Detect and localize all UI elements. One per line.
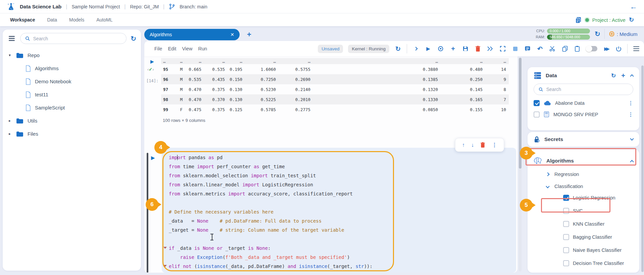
mode-toggle[interactable] (586, 46, 597, 51)
nav-tab-models[interactable]: Models (69, 17, 84, 22)
refresh-project-icon[interactable]: ↻ (629, 17, 634, 23)
menu-run[interactable]: Run (198, 46, 207, 51)
add-data-icon[interactable]: + (621, 72, 625, 79)
classifier-svc[interactable]: SVC (563, 207, 583, 215)
code-line[interactable]: from sklearn.model_selection import trai… (169, 171, 373, 180)
data-search-input[interactable] (546, 87, 628, 92)
tree-item-files[interactable]: ▸Files (7, 127, 136, 140)
nav-tab-data[interactable]: Data (47, 17, 57, 22)
checkbox-unchecked[interactable] (563, 260, 569, 266)
interrupt-kernel-icon[interactable] (511, 45, 519, 52)
back-arrow-icon[interactable]: ← (630, 2, 637, 11)
code-line[interactable]: # Define the necessary variables here (169, 208, 373, 217)
chevron-right-icon[interactable]: ▸ (7, 132, 12, 136)
chevron-down-icon[interactable] (546, 184, 549, 188)
algorithm-group-regression[interactable]: Regression (546, 172, 633, 177)
code-line[interactable]: elif not (isinstance(_data, pd.DataFrame… (169, 262, 373, 271)
code-editor[interactable]: import pandas as pdfrom time import perf… (169, 153, 373, 271)
checkbox-unchecked[interactable] (534, 111, 540, 118)
tree-item-algorithms[interactable]: Algorithms (7, 62, 136, 75)
tree-item-repo[interactable]: ▾Repo (7, 49, 136, 62)
right-panel-scrollbar[interactable] (641, 65, 644, 272)
refresh-kernel-icon[interactable]: ↻ (394, 45, 402, 52)
folder-icon (16, 118, 23, 124)
tab-algorithms[interactable]: Algorithms ✕ (144, 29, 240, 40)
tree-item-samplescript[interactable]: SampleScript (7, 101, 136, 114)
restart-kernel-icon[interactable] (437, 45, 444, 52)
chevron-right-icon[interactable]: ▸ (7, 119, 12, 123)
checkbox-unchecked[interactable] (563, 234, 569, 240)
run-all-icon[interactable] (487, 45, 494, 52)
run-output-cell-icon[interactable]: ▶ (150, 59, 154, 64)
nav-tab-automl[interactable]: AutoML (96, 17, 112, 22)
project-docs-icon[interactable] (575, 16, 582, 24)
toolbar-menu-icon[interactable] (633, 46, 640, 52)
refresh-data-icon[interactable]: ↻ (611, 73, 616, 79)
delete-cell-icon[interactable] (480, 142, 485, 148)
chevron-right-icon[interactable] (412, 45, 419, 52)
nav-tab-workspace[interactable]: Workspace (10, 17, 35, 22)
checkbox-checked[interactable] (563, 195, 569, 201)
secrets-panel[interactable]: Secrets (528, 132, 639, 147)
code-line[interactable]: raise Exception(f'Both _data and _target… (169, 253, 373, 262)
run-cell-icon[interactable]: ▶ (425, 45, 432, 52)
code-line[interactable]: _data = None # pd.DataFrame: Full data t… (169, 217, 373, 226)
notebook-canvas[interactable]: ▶ ‹✓› [14]: ………………………… 95M0.6650.5350.19… (144, 56, 517, 273)
run-code-cell-icon[interactable]: ▶ (151, 155, 155, 161)
file-search-input[interactable] (33, 36, 122, 41)
code-line[interactable]: from time import perf_counter as get_tim… (169, 162, 373, 171)
code-line[interactable]: if _data is None or _target is None: (169, 244, 373, 253)
copy-icon[interactable] (561, 45, 568, 52)
data-item-mongo-srv-prep[interactable]: MONGO SRV PREP⋮ (534, 111, 633, 118)
undo-icon[interactable]: ↶ (536, 45, 544, 52)
classifier-knn-classifier[interactable]: KNN Classifier (563, 220, 604, 228)
collapse-algorithms-icon[interactable] (630, 160, 634, 164)
move-cell-down-icon[interactable]: ↓ (471, 142, 474, 148)
classifier-bagging-classifier[interactable]: Bagging Classifier (563, 233, 612, 241)
collapse-data-icon[interactable] (630, 74, 634, 78)
kebab-menu-icon[interactable]: ⋮ (628, 100, 633, 106)
tree-item-utils[interactable]: ▸Utils (7, 114, 136, 127)
chevron-down-icon[interactable]: ▾ (7, 53, 12, 57)
power-icon[interactable] (615, 45, 622, 52)
cell-more-options-icon[interactable]: ⋮ (492, 142, 497, 148)
code-line[interactable]: _target = None # string: Column name of … (169, 226, 373, 235)
chevron-right-icon[interactable] (546, 172, 549, 176)
save-notebook-icon[interactable] (462, 45, 469, 52)
tree-item-demo-notebook[interactable]: Demo Notebook (7, 75, 136, 88)
comments-icon[interactable] (524, 45, 531, 52)
refresh-files-icon[interactable]: ↻ (131, 35, 136, 42)
delete-cell-icon[interactable] (474, 45, 482, 52)
kebab-menu-icon[interactable]: ⋮ (628, 111, 633, 118)
close-tab-icon[interactable]: ✕ (230, 32, 234, 37)
checkbox-unchecked[interactable] (563, 247, 569, 253)
classifier-decision-tree-classifier[interactable]: Decision Tree Classifier (563, 259, 624, 268)
menu-edit[interactable]: Edit (168, 46, 176, 51)
code-line[interactable]: from sklearn.metrics import accuracy_sco… (169, 189, 373, 198)
paste-icon[interactable] (574, 45, 581, 52)
sidebar-menu-icon[interactable] (7, 35, 16, 42)
code-line[interactable]: import pandas as pd (169, 153, 373, 162)
tree-item-test11[interactable]: test11 (7, 88, 136, 101)
notebook-scrollbar[interactable] (519, 58, 522, 271)
fullscreen-icon[interactable] (499, 45, 506, 52)
add-cell-icon[interactable]: + (449, 45, 457, 52)
checkbox-unchecked[interactable] (563, 208, 569, 214)
skip-run-icon[interactable]: ▶▶ (602, 45, 610, 52)
refresh-resources-icon[interactable]: ↻ (595, 31, 600, 37)
move-cell-up-icon[interactable]: ↑ (462, 142, 465, 148)
code-line[interactable]: from sklearn.linear_model import Logisti… (169, 180, 373, 189)
menu-file[interactable]: File (154, 46, 162, 51)
checkbox-unchecked[interactable] (563, 221, 569, 227)
classifier-naive-bayes-classifier[interactable]: Naive Bayes Classifier (563, 246, 622, 255)
code-line[interactable] (169, 198, 373, 208)
checkbox-checked[interactable] (534, 100, 540, 106)
menu-view[interactable]: View (182, 46, 192, 51)
new-tab-icon[interactable]: + (247, 30, 251, 39)
cut-icon[interactable] (549, 45, 556, 52)
algorithm-group-classification[interactable]: Classification (546, 184, 633, 189)
expand-secrets-icon[interactable] (630, 137, 634, 140)
code-line[interactable] (169, 235, 373, 244)
classifier-logistic-regression[interactable]: Logistic Regression (563, 193, 615, 202)
data-item-abalone-data[interactable]: Abalone Data⋮ (534, 100, 633, 106)
